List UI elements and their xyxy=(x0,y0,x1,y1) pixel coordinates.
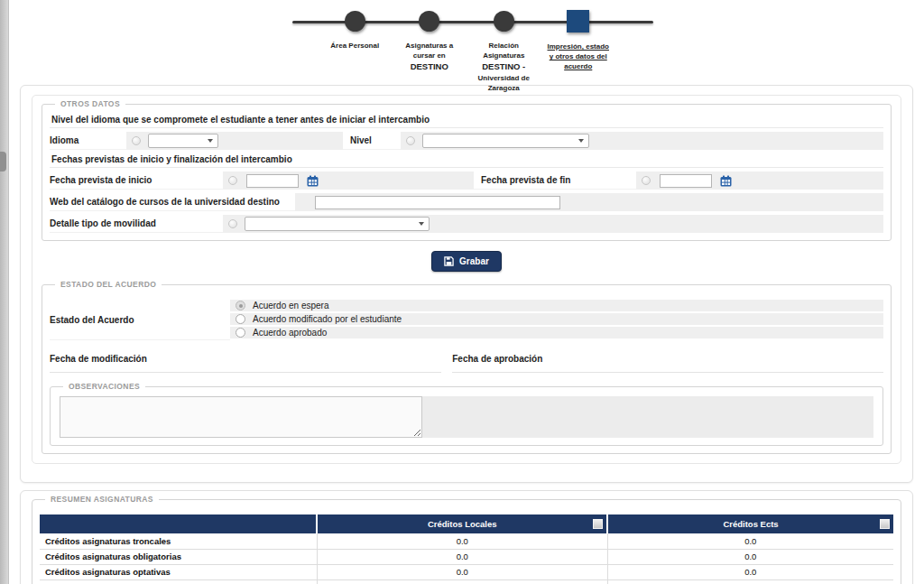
step-label[interactable]: Asignaturas a cursar en DESTINO xyxy=(405,41,453,73)
detalle-movilidad-strip xyxy=(223,215,883,233)
side-panel-handle[interactable] xyxy=(0,152,6,171)
radio-option-label: Acuerdo modificado por el estudiante xyxy=(253,314,402,324)
field-status-icon xyxy=(642,176,651,185)
form-inner-card: OTROS DATOS Nivel del idioma que se comp… xyxy=(32,95,901,464)
col-header-creditos-locales: Créditos Locales xyxy=(317,514,607,533)
estado-acuerdo-legend: ESTADO DEL ACUERDO xyxy=(55,280,162,289)
grabar-button-label: Grabar xyxy=(459,256,489,266)
chevron-down-icon xyxy=(578,139,584,143)
radio-option-espera[interactable]: Acuerdo en espera xyxy=(230,300,883,311)
estado-acuerdo-fieldset: ESTADO DEL ACUERDO Estado del Acuerdo Ac… xyxy=(42,280,892,454)
fecha-inicio-label: Fecha prevista de inicio xyxy=(50,171,223,190)
actions-row: Grabar xyxy=(42,251,892,272)
fechas-section-header: Fechas previstas de inicio y finalizació… xyxy=(50,150,883,168)
page: Área Personal Asignaturas a cursar en DE… xyxy=(9,0,924,584)
idioma-select[interactable] xyxy=(148,134,218,148)
grabar-button[interactable]: Grabar xyxy=(431,251,502,272)
nivel-label: Nivel xyxy=(343,132,401,150)
detalle-movilidad-select[interactable] xyxy=(245,217,430,231)
radio-option-aprobado[interactable]: Acuerdo aprobado xyxy=(230,327,883,338)
radio-button-checked[interactable] xyxy=(236,301,245,311)
wizard-stepper: Área Personal Asignaturas a cursar en DE… xyxy=(318,7,615,81)
form-card: OTROS DATOS Nivel del idioma que se comp… xyxy=(20,85,913,483)
calendar-icon[interactable] xyxy=(307,175,319,187)
left-rail xyxy=(0,0,9,584)
step-node-icon[interactable] xyxy=(494,11,514,32)
idioma-label: Idioma xyxy=(50,132,126,150)
step-label[interactable]: Relación Asignaturas DESTINO - Universid… xyxy=(478,41,530,93)
fechas-row: Fecha prevista de inicio xyxy=(50,171,883,190)
field-status-icon xyxy=(406,136,415,145)
resumen-card: RESUMEN ASIGNATURAS Créditos Locales Cré… xyxy=(20,490,913,584)
step-area-personal[interactable]: Área Personal xyxy=(318,7,393,93)
web-catalogo-input[interactable] xyxy=(315,196,560,209)
otros-datos-legend: OTROS DATOS xyxy=(55,99,125,108)
chevron-down-icon xyxy=(208,139,213,143)
field-status-icon xyxy=(228,219,237,228)
table-row: Créditos asignaturas obligatorias 0.0 0.… xyxy=(40,549,893,564)
table-row: Créditos asignaturas optativas 0.0 0.0 xyxy=(40,564,893,579)
table-row: Créditos asignaturas troncales 0.0 0.0 xyxy=(40,533,893,549)
web-catalogo-label: Web del catálogo de cursos de la univers… xyxy=(50,193,295,211)
grid-settings-icon[interactable] xyxy=(880,519,890,529)
otros-datos-fieldset: OTROS DATOS Nivel del idioma que se comp… xyxy=(42,99,892,241)
field-status-icon xyxy=(228,176,237,185)
step-asignaturas-destino[interactable]: Asignaturas a cursar en DESTINO xyxy=(393,7,467,93)
fechas-estado-row: Fecha de modificación Fecha de aprobació… xyxy=(50,351,883,373)
col-header-empty xyxy=(40,514,317,533)
resumen-legend: RESUMEN ASIGNATURAS xyxy=(45,495,159,504)
step-relacion-asignaturas[interactable]: Relación Asignaturas DESTINO - Universid… xyxy=(467,7,541,93)
observaciones-legend: OBSERVACIONES xyxy=(63,382,145,391)
fecha-fin-strip xyxy=(636,171,883,190)
table-row: Créditos Optativos 0.0 0.0 xyxy=(40,579,893,584)
detalle-movilidad-row: Detalle tipo de movilidad xyxy=(50,215,883,233)
resumen-header-row: Créditos Locales Créditos Ects xyxy=(40,514,893,533)
chevron-down-icon xyxy=(419,222,424,226)
fecha-inicio-strip xyxy=(223,171,474,190)
calendar-icon[interactable] xyxy=(720,175,732,187)
radio-button[interactable] xyxy=(236,328,245,338)
fecha-modificacion: Fecha de modificación xyxy=(50,351,441,373)
fecha-inicio-input[interactable] xyxy=(246,174,299,188)
radio-option-label: Acuerdo aprobado xyxy=(253,328,327,338)
resumen-fieldset: RESUMEN ASIGNATURAS Créditos Locales Cré… xyxy=(32,495,901,584)
fecha-aprobacion: Fecha de aprobación xyxy=(452,351,883,373)
idioma-section-header: Nivel del idioma que se compromete el es… xyxy=(50,110,883,128)
fecha-fin-input[interactable] xyxy=(660,174,712,188)
step-node-icon[interactable] xyxy=(419,11,439,32)
observaciones-fieldset: OBSERVACIONES xyxy=(50,382,883,446)
observaciones-textarea[interactable] xyxy=(60,396,422,438)
estado-radio-group: Acuerdo en espera Acuerdo modificado por… xyxy=(230,300,883,340)
save-icon xyxy=(444,256,454,266)
fecha-modificacion-label: Fecha de modificación xyxy=(50,354,147,364)
radio-button[interactable] xyxy=(236,314,245,324)
web-catalogo-strip xyxy=(295,193,883,211)
estado-acuerdo-label: Estado del Acuerdo xyxy=(50,300,230,340)
step-node-active-icon[interactable] xyxy=(567,10,589,32)
fecha-fin-label: Fecha prevista de fin xyxy=(474,171,636,190)
col-header-creditos-ects: Créditos Ects xyxy=(607,514,893,533)
fecha-aprobacion-label: Fecha de aprobación xyxy=(452,354,542,364)
web-catalogo-row: Web del catálogo de cursos de la univers… xyxy=(50,193,883,211)
radio-option-label: Acuerdo en espera xyxy=(253,301,329,311)
detalle-movilidad-label: Detalle tipo de movilidad xyxy=(50,215,223,233)
step-node-icon[interactable] xyxy=(345,11,365,32)
idioma-field-strip xyxy=(126,132,343,150)
field-status-icon xyxy=(132,136,141,145)
step-label[interactable]: Área Personal xyxy=(330,41,379,51)
observaciones-strip xyxy=(60,396,873,438)
radio-option-modificado[interactable]: Acuerdo modificado por el estudiante xyxy=(230,313,883,325)
nivel-select[interactable] xyxy=(422,134,589,148)
resumen-table: Créditos Locales Créditos Ects Créditos … xyxy=(40,514,893,584)
step-label-active[interactable]: Impresión, estado y otros datos del acue… xyxy=(548,42,609,72)
step-impresion-estado[interactable]: Impresión, estado y otros datos del acue… xyxy=(541,7,616,93)
idioma-nivel-row: Idioma Nivel xyxy=(50,132,883,150)
estado-acuerdo-row: Estado del Acuerdo Acuerdo en espera Acu… xyxy=(50,300,883,340)
nivel-field-strip xyxy=(401,132,883,150)
grid-settings-icon[interactable] xyxy=(593,519,603,529)
